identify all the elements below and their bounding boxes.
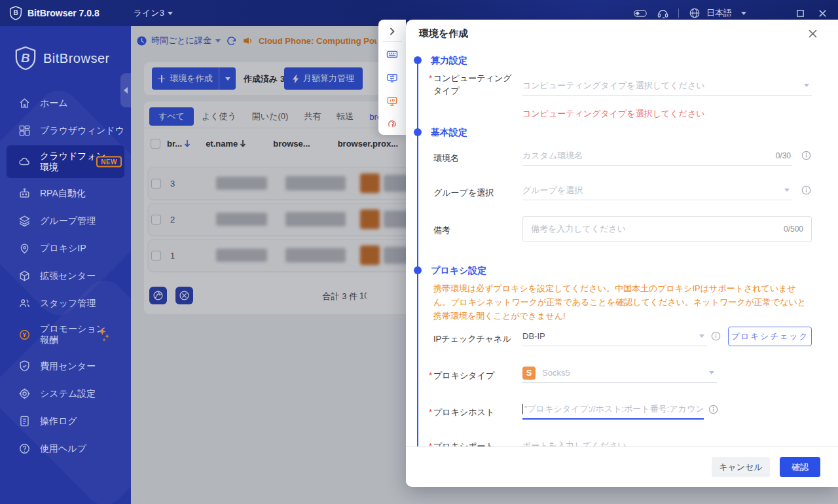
sidebar-item-label: ブラウザウィンドウ bbox=[40, 125, 124, 136]
timeline-dot bbox=[414, 56, 422, 64]
fingerprint-icon[interactable] bbox=[386, 118, 398, 130]
sidebar-item-proxy-ip[interactable]: プロキシIP bbox=[0, 234, 131, 262]
ip-check-icon[interactable] bbox=[386, 96, 398, 107]
timeline-dot bbox=[414, 266, 422, 274]
cancel-button[interactable]: キャンセル bbox=[712, 457, 770, 477]
group-select[interactable]: グループを選択 bbox=[522, 181, 792, 200]
users-icon bbox=[18, 297, 31, 310]
chevron-left-icon bbox=[124, 87, 128, 94]
keyboard-icon[interactable] bbox=[386, 48, 398, 60]
sparkles-icon bbox=[97, 327, 111, 342]
sidebar-item-cost-center[interactable]: 費用センター bbox=[0, 352, 131, 380]
input-placeholder: "プロキシタイプ://ホスト:ポート番号:アカウント: bbox=[524, 403, 704, 415]
label-text: プロキシタイプ bbox=[433, 370, 494, 380]
sidebar-item-label: 操作ログ bbox=[40, 416, 77, 427]
transfer-monitor-icon[interactable] bbox=[386, 72, 398, 84]
ip-check-label: IPチェックチャネル bbox=[433, 333, 522, 345]
sidebar-item-system-settings[interactable]: システム設定 bbox=[0, 380, 131, 407]
label-line2: 報酬 bbox=[40, 334, 58, 345]
label-text: コンピューティングタイプ bbox=[433, 73, 512, 96]
label-text: プロキシホスト bbox=[433, 407, 494, 417]
modal-title: 環境を作成 bbox=[419, 27, 468, 40]
sidebar-item-label: プロキシIP bbox=[40, 243, 86, 254]
sidebar-item-home[interactable]: ホーム bbox=[0, 89, 131, 117]
proxy-check-button[interactable]: プロキシチェック bbox=[728, 327, 812, 346]
sidebar-item-group-management[interactable]: グループ管理 bbox=[0, 207, 131, 234]
select-value: Socks5 bbox=[542, 368, 570, 378]
sidebar-item-label: グループ管理 bbox=[40, 215, 96, 226]
ip-check-select[interactable]: DB-IP bbox=[522, 327, 707, 346]
sidebar-item-rpa[interactable]: RPA自動化 bbox=[0, 179, 131, 207]
chevron-down-icon bbox=[168, 12, 173, 15]
chevron-down-icon bbox=[804, 84, 809, 87]
sidebar-item-label: 使用ヘルプ bbox=[40, 443, 86, 454]
timeline-line bbox=[417, 63, 418, 446]
required-mark: * bbox=[429, 441, 432, 446]
robot-icon bbox=[18, 187, 31, 200]
info-icon[interactable] bbox=[711, 331, 721, 341]
required-mark: * bbox=[429, 407, 432, 417]
sidebar-item-cloud-phone[interactable]: クラウドフォン環境 NEW bbox=[0, 144, 131, 179]
input-placeholder: カスタム環境名 bbox=[522, 150, 583, 162]
document-icon bbox=[18, 415, 31, 427]
remark-textarea[interactable]: 備考を入力してください 0/500 bbox=[522, 216, 812, 242]
chevron-down-icon bbox=[741, 12, 746, 15]
select-value: DB-IP bbox=[522, 331, 545, 341]
line-selector[interactable]: ライン3 bbox=[134, 7, 173, 19]
label-text: プロキシポート bbox=[433, 441, 494, 446]
support-headset-icon[interactable] bbox=[656, 7, 669, 20]
sidebar-item-promotion[interactable]: プロモーション報酬 bbox=[0, 317, 131, 352]
maximize-button[interactable] bbox=[793, 7, 807, 20]
close-modal-button[interactable] bbox=[808, 27, 820, 39]
select-placeholder: コンピューティングタイプを選択してください bbox=[522, 80, 704, 92]
sidebar-collapse-handle[interactable] bbox=[120, 73, 131, 107]
env-name-input[interactable]: カスタム環境名 0/30 bbox=[522, 146, 792, 166]
confirm-button[interactable]: 確認 bbox=[780, 457, 820, 477]
label-line1: プロモーション bbox=[40, 323, 105, 334]
info-icon[interactable] bbox=[801, 151, 811, 160]
sidebar-item-operation-log[interactable]: 操作ログ bbox=[0, 407, 131, 435]
info-icon[interactable] bbox=[708, 405, 718, 414]
brand-name: BitBrowser bbox=[43, 51, 110, 66]
sidebar-nav: ホーム ブラウザウィンドウ クラウドフォン環境 NEW RPA自動化 グループ管… bbox=[0, 89, 131, 462]
sidebar-item-browser-window[interactable]: ブラウザウィンドウ bbox=[0, 117, 131, 144]
question-circle-icon bbox=[18, 442, 31, 455]
computing-type-select[interactable]: コンピューティングタイプを選択してください bbox=[522, 76, 812, 96]
theme-toggle-icon[interactable] bbox=[634, 7, 647, 20]
bitbrowser-window: B BitBrowser 7.0.8 ライン3 日本語 bbox=[0, 0, 838, 504]
create-environment-modal: 環境を作成 算力設定 *コンピューティングタイプ コンピューティングタイプを選択… bbox=[406, 20, 838, 487]
info-icon[interactable] bbox=[801, 185, 811, 195]
sidebar-item-help[interactable]: 使用ヘルプ bbox=[0, 435, 131, 462]
proxy-type-select[interactable]: S Socks5 bbox=[522, 363, 717, 383]
computing-type-label: *コンピューティングタイプ bbox=[433, 72, 519, 97]
sidebar-item-label: システム設定 bbox=[40, 388, 96, 399]
char-counter: 0/500 bbox=[784, 225, 803, 234]
required-mark: * bbox=[429, 73, 432, 83]
section-title-computing: 算力設定 bbox=[431, 55, 467, 67]
sidebar-item-label: RPA自動化 bbox=[40, 188, 86, 199]
proxy-host-input[interactable]: "プロキシタイプ://ホスト:ポート番号:アカウント: bbox=[522, 400, 704, 420]
titlebar-divider bbox=[678, 9, 679, 18]
language-selector[interactable]: 日本語 bbox=[706, 7, 732, 19]
brand-shield-icon: B bbox=[9, 6, 22, 20]
char-counter: 0/30 bbox=[776, 151, 791, 160]
window-grid-icon bbox=[18, 124, 31, 137]
section-title-proxy: プロキシ設定 bbox=[431, 265, 486, 277]
brand: B BitBrowser bbox=[14, 46, 110, 71]
env-name-label: 環境名 bbox=[433, 152, 519, 164]
sidebar-item-label: スタッフ管理 bbox=[40, 298, 96, 309]
sidebar-item-staff-management[interactable]: スタッフ管理 bbox=[0, 289, 131, 317]
brand-logo-icon: B bbox=[14, 46, 37, 71]
sidebar-item-label: 拡張センター bbox=[40, 270, 96, 281]
proxy-port-input[interactable]: ポートを入力してください bbox=[522, 436, 704, 446]
svg-text:B: B bbox=[21, 51, 29, 65]
chevron-down-icon bbox=[784, 189, 790, 192]
quick-toolbar bbox=[378, 20, 406, 135]
input-placeholder: ポートを入力してください bbox=[522, 440, 627, 446]
sidebar-item-extension-center[interactable]: 拡張センター bbox=[0, 262, 131, 289]
close-window-button[interactable] bbox=[816, 7, 829, 20]
layers-icon bbox=[18, 215, 31, 227]
globe-icon bbox=[688, 7, 701, 20]
required-mark: * bbox=[429, 370, 432, 380]
collapse-drawer-chevron[interactable] bbox=[378, 25, 406, 38]
